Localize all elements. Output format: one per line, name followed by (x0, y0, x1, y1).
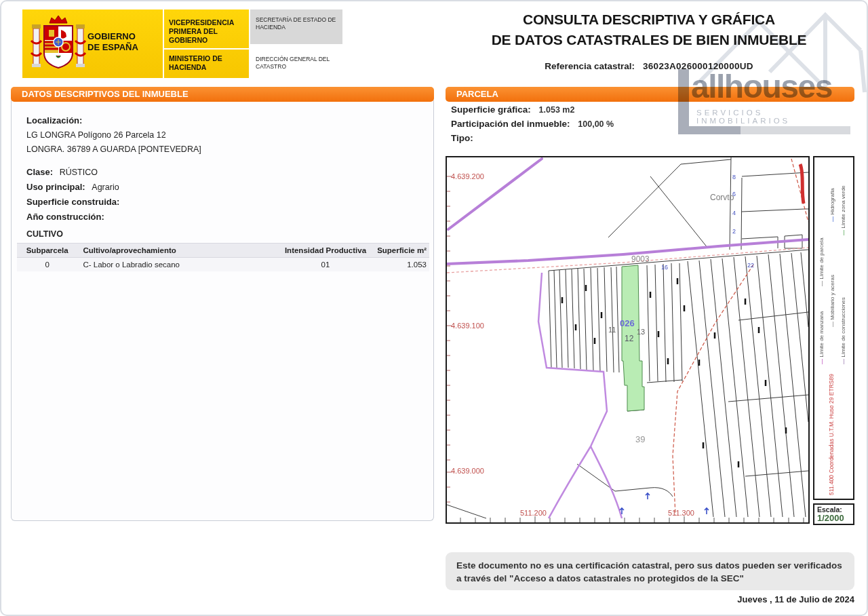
logo-divider (163, 9, 164, 78)
cadastral-document-page: GOBIERNO DE ESPAÑA VICEPRESIDENCIA PRIME… (0, 0, 868, 616)
legend-item-limite-parcela: — Límite de parcela (818, 222, 825, 286)
house-number-6: 6 (732, 191, 736, 197)
block-boundary (538, 273, 622, 518)
superficie-grafica-value: 1.053 m2 (539, 105, 575, 115)
place-label: Corvto (710, 193, 734, 202)
col-superficie: Superficie m² (373, 244, 429, 257)
cultivo-table-row: 0 C- Labor o Labradio secano 01 1.053 (17, 258, 429, 271)
localizacion-line1: LG LONGRA Polígono 26 Parcela 12 (26, 130, 166, 140)
coord-label-x2: 511.300 (668, 509, 694, 517)
hydrography-mark (800, 164, 804, 204)
secretaria-label: SECRETARÍA DE ESTADO DE HACIENDA (256, 16, 340, 31)
cultivo-title: CULTIVO (26, 229, 63, 239)
legend-item-mobiliario: — Mobiliario y aceras (829, 259, 835, 327)
localizacion-line2: LONGRA. 36789 A GUARDA [PONTEVEDRA] (26, 145, 201, 154)
cultivo-table-header: Subparcela Cultivo/aprovechamiento Inten… (17, 243, 429, 258)
parcel-39-label: 39 (635, 434, 645, 444)
col-intensidad: Intensidad Productiva (278, 244, 372, 257)
document-date: Jueves , 11 de Julio de 2024 (446, 594, 854, 604)
col-subparcela: Subparcela (17, 244, 77, 257)
coord-label-y2: 4.639.100 (451, 322, 484, 330)
legend-utm-coordinates: 511.400 Coordenadas U.T.M. Huso 29 ETRS8… (828, 354, 835, 495)
logo-underline-band (741, 126, 850, 134)
brand-tagline: SERVICIOS INMOBILIARIOS (696, 109, 854, 125)
coord-label-y1: 4.639.200 (451, 172, 484, 180)
superficie-grafica-label: Superficie gráfica: (451, 104, 531, 115)
cell-superficie: 1.053 (373, 258, 429, 271)
legend-item-hidrografia: — Hidrografía (829, 174, 835, 222)
localizacion-label: Localización: (26, 115, 82, 126)
logo-l-bracket-icon (678, 126, 741, 134)
col-cultivo: Cultivo/aprovechamiento (77, 244, 278, 257)
disclaimer-box: Este documento no es una certificación c… (446, 552, 854, 590)
document-title: CONSULTA DESCRIPTIVA Y GRÁFICA DE DATOS … (446, 9, 852, 50)
house-number-22: 22 (747, 262, 754, 269)
title-line-2: DE DATOS CATASTRALES DE BIEN INMUEBLE (446, 30, 852, 50)
parcel-13-label: 13 (637, 328, 645, 336)
clase-label: Clase: (26, 167, 53, 177)
scale-value: 1/2000 (817, 514, 850, 523)
spain-coat-of-arms-icon (29, 14, 87, 74)
government-logo: GOBIERNO DE ESPAÑA VICEPRESIDENCIA PRIME… (22, 9, 342, 78)
cell-cultivo: C- Labor o Labradio secano (77, 258, 278, 271)
allhouses-logo: allhouses SERVICIOS INMOBILIARIOS (676, 69, 854, 125)
anio-construccion-row: Año construcción: (26, 212, 108, 222)
uso-value: Agrario (92, 182, 119, 192)
tipo-label: Tipo: (451, 133, 473, 143)
legend-item-limite-construcciones: — Límite de construcciones (840, 283, 846, 364)
house-number-4: 4 (732, 210, 736, 216)
cell-subparcela: 0 (17, 258, 77, 271)
road-number-label: 9003 (631, 254, 650, 264)
parcel-12-label: 12 (625, 334, 634, 343)
logo-yellow-panel: GOBIERNO DE ESPAÑA VICEPRESIDENCIA PRIME… (22, 9, 249, 78)
superficie-construida-row: Superficie construida: (26, 197, 123, 207)
parcel-11-label: 11 (608, 326, 616, 334)
house-number-8: 8 (732, 174, 736, 180)
ref-label: Referencia catastral: (545, 61, 635, 71)
ministerio-label: MINISTERIO DE HACIENDA (169, 54, 249, 72)
section-header-datos-descriptivos: DATOS DESCRIPTIVOS DEL INMUEBLE (11, 87, 434, 102)
left-axis-ticks (447, 176, 452, 502)
coord-label-y3: 4.639.000 (451, 467, 484, 475)
clase-value: RÚSTICO (60, 168, 98, 177)
survey-marks (620, 493, 709, 514)
house-number-16: 16 (661, 264, 668, 271)
uso-principal-row: Uso principal: Agrario (26, 182, 119, 192)
superficie-construida-label: Superficie construida: (26, 197, 119, 207)
parcel-026-label: 026 (620, 318, 635, 328)
participacion-label: Participación del inmueble: (451, 119, 570, 129)
anio-construccion-label: Año construcción: (26, 212, 104, 222)
participacion-value: 100,00 % (578, 119, 614, 129)
title-line-1: CONSULTA DESCRIPTIVA Y GRÁFICA (446, 9, 852, 30)
cadastral-map: 4.639.200 4.639.100 4.639.000 511.200 51… (446, 156, 810, 524)
tipo-row: Tipo: (451, 133, 736, 143)
cadastral-map-canvas: 4.639.200 4.639.100 4.639.000 511.200 51… (447, 157, 808, 522)
legend-item-limite-manzana: — Límite de manzana (818, 296, 825, 364)
property-data-card: Localización: LG LONGRA Polígono 26 Parc… (11, 100, 434, 521)
scale-box: Escala: 1/2000 (813, 503, 854, 525)
uso-label: Uso principal: (26, 182, 85, 192)
house-number-2: 2 (732, 228, 736, 235)
coord-label-x1: 511.200 (520, 509, 547, 517)
clase-row: Clase: RÚSTICO (26, 167, 98, 177)
map-legend: — Hidrografía — Límite zona verde — Lími… (813, 156, 854, 500)
cultivo-table: Subparcela Cultivo/aprovechamiento Inten… (17, 243, 429, 271)
brand-name: allhouses (691, 71, 832, 103)
cell-intensidad: 01 (278, 258, 372, 271)
direccion-general-label: DIRECCIÓN GENERAL DEL CATASTRO (256, 56, 344, 71)
vicepresidencia-label: VICEPRESIDENCIA PRIMERA DEL GOBIERNO (169, 18, 249, 45)
legend-item-zona-verde: — Límite zona verde (840, 171, 846, 235)
bottom-axis-ticks (460, 516, 804, 522)
logo-divider (164, 48, 249, 50)
gobierno-espana-label: GOBIERNO DE ESPAÑA (87, 31, 161, 53)
secretaria-panel: SECRETARÍA DE ESTADO DE HACIENDA (250, 9, 342, 44)
logo-l-bracket-icon (678, 69, 689, 134)
